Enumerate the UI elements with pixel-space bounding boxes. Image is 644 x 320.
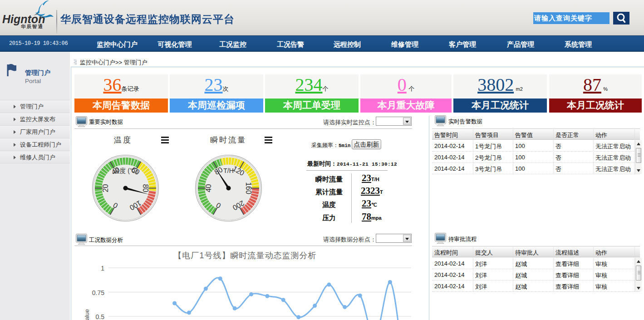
svg-text:160: 160 <box>245 182 252 194</box>
svg-text:20: 20 <box>102 184 109 192</box>
svg-text:温度 (℃): 温度 (℃) <box>113 167 138 174</box>
svg-text:40: 40 <box>205 184 212 192</box>
svg-text:T/H: T/H <box>223 167 234 174</box>
svg-text:80: 80 <box>142 184 149 192</box>
